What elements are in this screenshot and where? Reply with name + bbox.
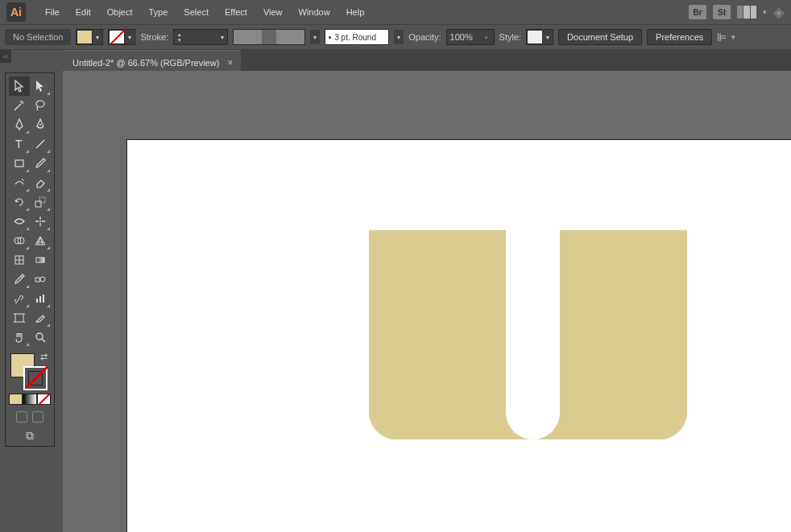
- stepper-icon[interactable]: ▴▾: [174, 31, 185, 43]
- paintbrush-tool[interactable]: [30, 154, 51, 173]
- lasso-tool[interactable]: [30, 96, 51, 115]
- slice-tool[interactable]: [30, 308, 51, 328]
- stock-icon[interactable]: St: [713, 5, 731, 19]
- svg-rect-11: [36, 258, 44, 262]
- color-mode-none[interactable]: [37, 394, 51, 405]
- pen-tool[interactable]: [9, 115, 30, 134]
- preferences-button[interactable]: Preferences: [647, 29, 712, 45]
- menu-select[interactable]: Select: [176, 2, 217, 22]
- chevron-down-icon[interactable]: ▾: [310, 30, 320, 44]
- draw-mode-row: [9, 411, 51, 423]
- stroke-color-control[interactable]: ▾: [108, 29, 135, 45]
- rectangle-tool[interactable]: [9, 154, 30, 173]
- menu-window[interactable]: Window: [291, 2, 338, 22]
- artboard-tool[interactable]: [9, 308, 30, 328]
- artwork-shape[interactable]: [369, 230, 687, 439]
- chevron-down-icon[interactable]: ▾: [93, 30, 102, 44]
- type-tool[interactable]: T: [9, 134, 30, 154]
- svg-line-3: [36, 140, 44, 148]
- style-swatch: [527, 30, 543, 44]
- draw-behind-icon[interactable]: [32, 411, 43, 423]
- color-mode-row: [9, 394, 51, 405]
- scale-tool[interactable]: [30, 192, 51, 212]
- column-graph-tool[interactable]: [30, 289, 51, 308]
- mesh-tool[interactable]: [9, 250, 30, 270]
- zoom-tool[interactable]: [30, 328, 51, 347]
- canvas-area[interactable]: [63, 71, 791, 532]
- chevron-down-icon[interactable]: ▾: [543, 30, 553, 44]
- fill-stroke-control[interactable]: ⇄: [9, 352, 51, 392]
- hand-tool[interactable]: [9, 328, 30, 347]
- svg-point-7: [39, 221, 41, 222]
- brush-dot-icon: [329, 36, 331, 39]
- chevron-down-icon[interactable]: ▾: [394, 30, 404, 44]
- stroke-weight-input[interactable]: ▴▾ ▾: [173, 29, 228, 45]
- screen-mode-button[interactable]: ⧉: [9, 429, 51, 443]
- chevron-down-icon[interactable]: ▾: [763, 8, 767, 16]
- svg-point-13: [40, 277, 45, 282]
- fill-color-control[interactable]: ▾: [76, 29, 103, 45]
- free-transform-tool[interactable]: [30, 212, 51, 231]
- menu-type[interactable]: Type: [141, 2, 176, 22]
- svg-point-15: [15, 302, 17, 303]
- svg-rect-6: [39, 197, 45, 203]
- opacity-field[interactable]: [447, 32, 479, 42]
- chevron-down-icon[interactable]: ▾: [217, 30, 227, 44]
- gpu-performance-icon[interactable]: ◈: [773, 3, 785, 21]
- svg-text:T: T: [15, 138, 23, 151]
- menu-effect[interactable]: Effect: [217, 2, 255, 22]
- svg-point-20: [36, 333, 43, 340]
- stroke-swatch: [109, 30, 125, 44]
- gradient-tool[interactable]: [30, 250, 51, 270]
- svg-rect-4: [15, 160, 23, 167]
- menu-help[interactable]: Help: [338, 2, 373, 22]
- panel-collapse-toggle[interactable]: ‹‹: [0, 50, 11, 63]
- variable-width-profile[interactable]: [233, 29, 305, 45]
- stroke-weight-field[interactable]: [185, 32, 217, 42]
- graphic-style-control[interactable]: ▾: [526, 29, 553, 45]
- direct-selection-tool[interactable]: [30, 76, 51, 96]
- menu-bar: Ai File Edit Object Type Select Effect V…: [0, 0, 791, 24]
- svg-rect-17: [39, 296, 41, 303]
- chevron-down-icon[interactable]: ▾: [125, 30, 135, 44]
- artboard[interactable]: [127, 140, 791, 532]
- svg-point-1: [39, 124, 41, 126]
- chevron-down-icon[interactable]: ▾: [731, 33, 735, 41]
- eraser-tool[interactable]: [30, 173, 51, 192]
- control-bar: No Selection ▾ ▾ Stroke: ▴▾ ▾ ▾ 3 pt. Ro…: [0, 24, 791, 50]
- line-segment-tool[interactable]: [30, 134, 51, 154]
- close-icon[interactable]: ×: [227, 57, 233, 68]
- menu-view[interactable]: View: [255, 2, 291, 22]
- stroke-color-box[interactable]: [23, 366, 48, 390]
- document-tab[interactable]: Untitled-2* @ 66.67% (RGB/Preview) ×: [63, 50, 241, 71]
- brush-definition[interactable]: 3 pt. Round: [325, 29, 389, 45]
- perspective-grid-tool[interactable]: [30, 231, 51, 250]
- shape-builder-tool[interactable]: [9, 231, 30, 250]
- menu-object[interactable]: Object: [99, 2, 141, 22]
- opacity-label: Opacity:: [408, 32, 441, 42]
- bridge-icon[interactable]: Br: [689, 5, 706, 19]
- arrange-documents-icon[interactable]: [737, 6, 756, 19]
- tools-panel: T ⇄: [5, 72, 55, 447]
- shaper-tool[interactable]: [9, 173, 30, 192]
- color-mode-gradient[interactable]: [23, 394, 36, 405]
- width-tool[interactable]: [9, 212, 30, 231]
- rotate-tool[interactable]: [9, 192, 30, 212]
- symbol-sprayer-tool[interactable]: [9, 289, 30, 308]
- align-icon[interactable]: ⊫: [717, 31, 727, 43]
- svg-line-21: [42, 339, 45, 342]
- eyedropper-tool[interactable]: [9, 270, 30, 289]
- svg-rect-5: [35, 201, 41, 207]
- chevron-right-icon[interactable]: ›: [479, 30, 494, 44]
- document-setup-button[interactable]: Document Setup: [558, 29, 642, 45]
- swap-fill-stroke-icon[interactable]: ⇄: [40, 352, 48, 362]
- selection-tool[interactable]: [9, 76, 30, 96]
- curvature-tool[interactable]: [30, 115, 51, 134]
- menu-edit[interactable]: Edit: [68, 2, 99, 22]
- opacity-input[interactable]: ›: [446, 29, 495, 45]
- blend-tool[interactable]: [30, 270, 51, 289]
- draw-normal-icon[interactable]: [16, 411, 27, 423]
- magic-wand-tool[interactable]: [9, 96, 30, 115]
- menu-file[interactable]: File: [37, 2, 68, 22]
- color-mode-solid[interactable]: [9, 394, 23, 405]
